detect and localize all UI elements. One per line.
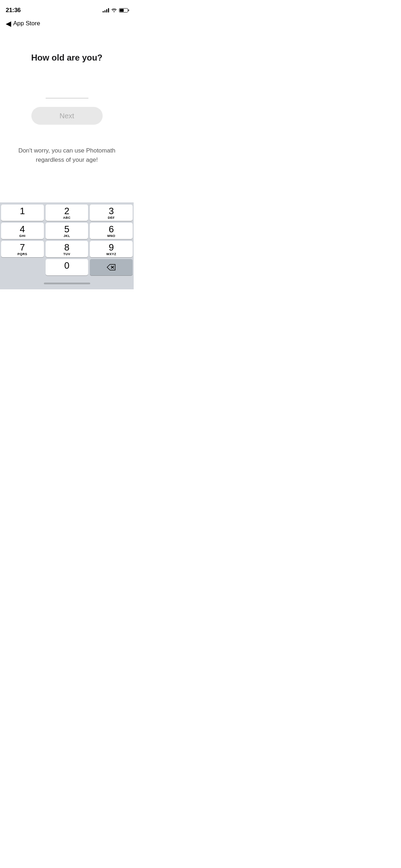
status-time: 21:36 <box>6 7 21 14</box>
back-chevron-icon: ◀ <box>6 19 11 28</box>
signal-icon <box>103 8 109 12</box>
next-button[interactable]: Next <box>31 107 103 125</box>
key-2[interactable]: 2 ABC <box>46 205 88 221</box>
main-content: How old are you? Next Don't worry, you c… <box>0 31 134 164</box>
back-label: App Store <box>13 20 40 27</box>
home-indicator <box>44 283 90 284</box>
keyboard-bottom <box>1 277 133 289</box>
key-3[interactable]: 3 DEF <box>90 205 133 221</box>
battery-icon <box>119 8 128 12</box>
key-6[interactable]: 6 MNO <box>90 223 133 239</box>
delete-button[interactable] <box>90 259 133 275</box>
key-5[interactable]: 5 JKL <box>46 223 88 239</box>
status-bar: 21:36 <box>0 0 134 16</box>
keyboard-row-4: 0 <box>1 259 133 275</box>
age-input-container <box>46 84 88 98</box>
age-input[interactable] <box>46 84 88 98</box>
delete-icon <box>107 264 116 271</box>
keyboard-row-3: 7 PQRS 8 TUV 9 WXYZ <box>1 241 133 257</box>
nav-bar: ◀ App Store <box>0 16 134 31</box>
key-0[interactable]: 0 <box>46 259 88 275</box>
keyboard-row-2: 4 GHI 5 JKL 6 MNO <box>1 223 133 239</box>
keyboard: 1 2 ABC 3 DEF 4 GHI 5 JKL 6 MNO 7 PQRS <box>0 202 134 289</box>
disclaimer-text: Don't worry, you can use Photomath regar… <box>9 146 125 164</box>
status-icons <box>103 7 128 13</box>
key-9[interactable]: 9 WXYZ <box>90 241 133 257</box>
key-7[interactable]: 7 PQRS <box>1 241 44 257</box>
key-4[interactable]: 4 GHI <box>1 223 44 239</box>
key-1[interactable]: 1 <box>1 205 44 221</box>
key-empty <box>1 259 44 275</box>
question-title: How old are you? <box>31 53 102 63</box>
key-8[interactable]: 8 TUV <box>46 241 88 257</box>
wifi-icon <box>111 7 117 13</box>
keyboard-row-1: 1 2 ABC 3 DEF <box>1 205 133 221</box>
back-button[interactable]: ◀ App Store <box>6 19 40 28</box>
